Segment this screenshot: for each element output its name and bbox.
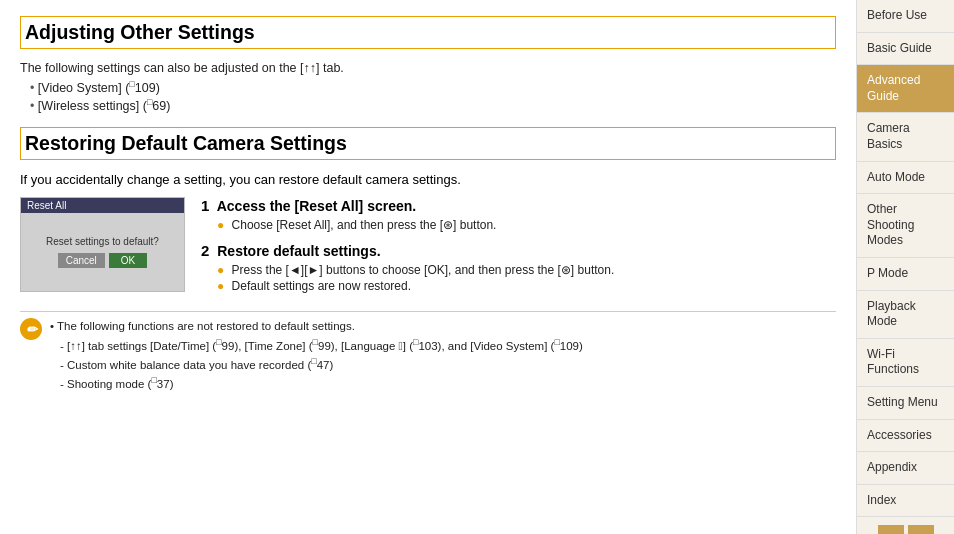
camera-body: Reset settings to default? Cancel OK bbox=[21, 213, 184, 291]
section1-list: [Video System] (□109) [Wireless settings… bbox=[20, 79, 836, 113]
section2-intro: If you accidentally change a setting, yo… bbox=[20, 172, 836, 187]
camera-cancel-button[interactable]: Cancel bbox=[58, 253, 105, 268]
sidebar-footer: ◀ ▶ ↻ 104 bbox=[857, 517, 954, 534]
sidebar-item-before-use[interactable]: Before Use bbox=[857, 0, 954, 33]
sidebar-item-basic-guide[interactable]: Basic Guide bbox=[857, 33, 954, 66]
step2-bullet1: ● Press the [◄][►] buttons to choose [OK… bbox=[217, 263, 836, 277]
steps-area: Reset All Reset settings to default? Can… bbox=[20, 197, 836, 303]
camera-header: Reset All bbox=[21, 198, 184, 213]
sidebar-item-setting-menu[interactable]: Setting Menu bbox=[857, 387, 954, 420]
sidebar-item-playback-mode[interactable]: Playback Mode bbox=[857, 291, 954, 339]
sidebar-item-other-shooting-modes[interactable]: Other Shooting Modes bbox=[857, 194, 954, 258]
notes-sub1: - [↑↑] tab settings [Date/Time] (□99), [… bbox=[50, 336, 583, 355]
tab-icon: ↑↑ bbox=[304, 61, 317, 75]
section1-item1: [Video System] (□109) bbox=[30, 79, 836, 95]
step1-button-icon: ⊛ bbox=[443, 218, 453, 232]
notes-content: • The following functions are not restor… bbox=[50, 318, 583, 392]
main-content: Adjusting Other Settings The following s… bbox=[0, 0, 856, 534]
camera-buttons: Cancel OK bbox=[58, 253, 148, 268]
camera-mockup: Reset All Reset settings to default? Can… bbox=[20, 197, 185, 292]
step2-desc: ● Press the [◄][►] buttons to choose [OK… bbox=[201, 263, 836, 293]
step1-desc: ● Choose [Reset All], and then press the… bbox=[201, 218, 836, 232]
prev-button[interactable]: ◀ bbox=[878, 525, 904, 534]
sidebar-item-auto-mode[interactable]: Auto Mode bbox=[857, 162, 954, 195]
sidebar: Before Use Basic Guide Advanced Guide Ca… bbox=[856, 0, 954, 534]
section1-title: Adjusting Other Settings bbox=[25, 21, 255, 44]
sidebar-item-p-mode[interactable]: P Mode bbox=[857, 258, 954, 291]
sidebar-item-camera-basics[interactable]: Camera Basics bbox=[857, 113, 954, 161]
step2-title: 2 Restore default settings. bbox=[201, 242, 836, 259]
camera-ok-button[interactable]: OK bbox=[109, 253, 147, 268]
step2-bullet-icon2: ● bbox=[217, 279, 224, 293]
sidebar-item-index[interactable]: Index bbox=[857, 485, 954, 518]
step2: 2 Restore default settings. ● Press the … bbox=[201, 242, 836, 293]
next-button[interactable]: ▶ bbox=[908, 525, 934, 534]
step1: 1 Access the [Reset All] screen. ● Choos… bbox=[201, 197, 836, 232]
step1-title: 1 Access the [Reset All] screen. bbox=[201, 197, 836, 214]
section1: Adjusting Other Settings The following s… bbox=[20, 16, 836, 113]
step1-bullet1: ● Choose [Reset All], and then press the… bbox=[217, 218, 836, 232]
step1-num: 1 bbox=[201, 197, 209, 214]
section2-box: Restoring Default Camera Settings bbox=[20, 127, 836, 160]
step2-bullet2: ● Default settings are now restored. bbox=[217, 279, 836, 293]
section2-title: Restoring Default Camera Settings bbox=[25, 132, 347, 155]
step1-bullet-icon: ● bbox=[217, 218, 224, 232]
sidebar-item-wifi-functions[interactable]: Wi-Fi Functions bbox=[857, 339, 954, 387]
step2-bullet-icon1: ● bbox=[217, 263, 224, 277]
section1-item2: [Wireless settings] (□69) bbox=[30, 97, 836, 113]
step2-num: 2 bbox=[201, 242, 209, 259]
section1-intro: The following settings can also be adjus… bbox=[20, 61, 836, 75]
camera-body-text: Reset settings to default? bbox=[46, 236, 159, 247]
notes-box: ✏ • The following functions are not rest… bbox=[20, 311, 836, 392]
notes-sub3: - Shooting mode (□37) bbox=[50, 374, 583, 393]
sidebar-item-advanced-guide[interactable]: Advanced Guide bbox=[857, 65, 954, 113]
notes-icon: ✏ bbox=[20, 318, 42, 340]
section1-box: Adjusting Other Settings bbox=[20, 16, 836, 49]
step2-button-icon: ⊛ bbox=[561, 263, 571, 277]
sidebar-item-appendix[interactable]: Appendix bbox=[857, 452, 954, 485]
sidebar-item-accessories[interactable]: Accessories bbox=[857, 420, 954, 453]
notes-main: • The following functions are not restor… bbox=[50, 318, 583, 335]
nav-buttons: ◀ ▶ bbox=[878, 525, 934, 534]
notes-sub2: - Custom white balance data you have rec… bbox=[50, 355, 583, 374]
steps-text: 1 Access the [Reset All] screen. ● Choos… bbox=[201, 197, 836, 303]
section2: Restoring Default Camera Settings If you… bbox=[20, 127, 836, 392]
